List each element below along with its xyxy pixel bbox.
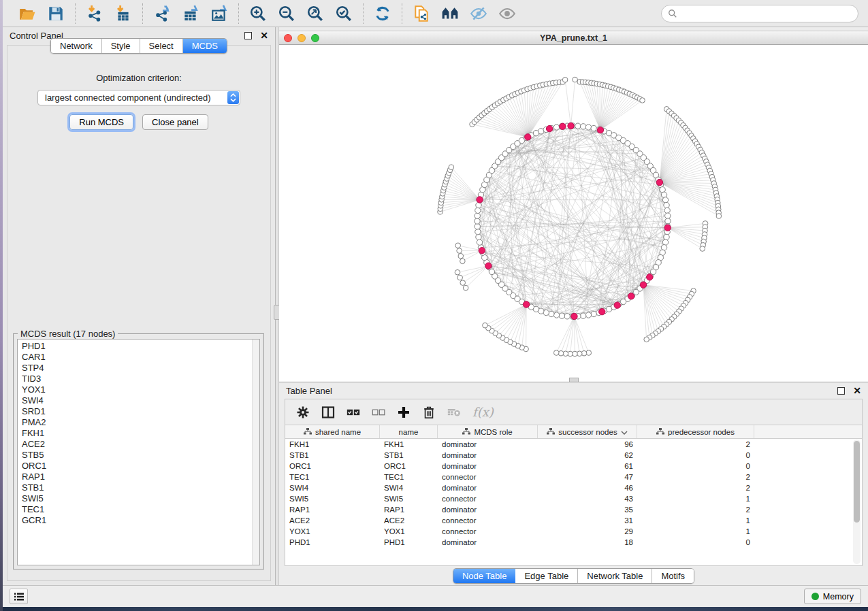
tab-style[interactable]: Style [102,39,140,53]
maximize-window-icon[interactable] [311,34,319,42]
table-cell[interactable]: SWI5 [380,495,438,503]
search-box[interactable] [661,5,858,22]
table-cell[interactable]: 61 [538,462,637,470]
table-cell[interactable]: 0 [637,451,754,459]
optimization-criterion-dropdown[interactable]: largest connected component (undirected) [37,90,240,105]
mcds-result-item[interactable]: PHD1 [22,341,259,352]
table-scrollbar-thumb[interactable] [854,441,860,523]
table-row[interactable]: ORC1ORC1dominator610 [285,461,862,472]
table-cell[interactable]: RAP1 [380,506,438,514]
table-cell[interactable]: FKH1 [285,440,380,448]
table-row[interactable]: SWI4SWI4dominator462 [285,482,862,493]
table-row[interactable]: SWI5SWI5connector431 [285,493,862,504]
close-panel-icon[interactable]: ✕ [260,32,268,39]
mcds-result-item[interactable]: SWI5 [22,493,259,504]
mcds-result-item[interactable]: TEC1 [22,504,259,515]
hide-selected-button[interactable] [466,3,491,24]
export-network-button[interactable] [150,3,174,24]
task-history-button[interactable] [10,589,28,604]
tab-mcds[interactable]: MCDS [183,39,227,53]
table-cell[interactable]: PHD1 [380,538,438,546]
close-window-icon[interactable] [284,34,292,42]
first-neighbors-button[interactable] [438,3,462,24]
memory-button[interactable]: Memory [804,589,861,604]
table-cell[interactable]: SWI4 [285,484,380,492]
table-cell[interactable]: ACE2 [380,516,438,525]
table-row[interactable]: YOX1YOX1connector291 [285,526,862,537]
table-cell[interactable]: connector [438,495,538,503]
mcds-result-item[interactable]: PMA2 [22,417,259,428]
tab-motifs[interactable]: Motifs [652,569,694,583]
function-builder-button[interactable]: f(x) [472,405,494,419]
table-cell[interactable]: 96 [538,440,637,448]
import-network-button[interactable] [82,3,107,24]
float-table-panel-icon[interactable] [837,387,845,395]
table-cell[interactable]: dominator [438,451,538,459]
zoom-fit-button[interactable] [303,3,327,24]
mcds-result-item[interactable]: GCR1 [22,515,259,526]
table-cell[interactable]: RAP1 [285,506,380,514]
table-cell[interactable]: TEC1 [380,473,438,481]
horizontal-splitter-grip[interactable] [569,378,579,382]
table-cell[interactable]: dominator [438,538,538,546]
delete-column-button[interactable] [422,406,436,419]
save-session-button[interactable] [44,3,68,24]
table-row[interactable]: TEC1TEC1connector472 [285,472,862,482]
minimize-window-icon[interactable] [298,34,306,42]
create-column-button[interactable] [397,406,411,419]
network-window-titlebar[interactable]: YPA_prune.txt_1 [279,31,868,45]
export-image-button[interactable] [207,3,231,24]
table-scrollbar[interactable] [853,440,861,564]
table-cell[interactable]: 2 [637,506,754,514]
float-panel-icon[interactable] [244,32,252,39]
zoom-out-button[interactable] [274,3,299,24]
table-row[interactable]: STB1STB1dominator620 [285,450,862,461]
show-all-button[interactable] [495,3,519,24]
column-header-MCDS-role[interactable]: MCDS role [438,425,538,438]
table-cell[interactable]: dominator [438,462,538,470]
table-cell[interactable]: 1 [637,495,754,503]
network-graph[interactable] [279,45,868,381]
mcds-result-item[interactable]: SRD1 [22,406,259,417]
close-table-panel-icon[interactable]: ✕ [853,387,861,395]
table-settings-button[interactable] [296,406,310,419]
table-cell[interactable]: 18 [538,538,637,546]
network-canvas[interactable] [279,45,868,382]
table-cell[interactable]: YOX1 [285,527,380,535]
table-cell[interactable]: 29 [538,527,637,535]
table-cell[interactable]: 2 [637,473,754,481]
table-cell[interactable]: TEC1 [285,473,380,481]
table-cell[interactable]: FKH1 [380,440,438,448]
table-cell[interactable]: connector [438,516,538,525]
table-cell[interactable]: dominator [438,440,538,448]
select-all-rows-button[interactable] [347,406,360,419]
deselect-all-rows-button[interactable] [372,406,385,419]
zoom-in-button[interactable] [246,3,270,24]
new-network-from-selection-button[interactable] [409,3,434,24]
table-cell[interactable]: STB1 [380,451,438,459]
mcds-result-item[interactable]: RAP1 [22,472,259,482]
mcds-result-item[interactable]: TID3 [22,374,259,384]
table-cell[interactable]: 43 [538,495,637,503]
export-table-button[interactable] [178,3,203,24]
run-mcds-button[interactable]: Run MCDS [69,114,133,130]
table-row[interactable]: ACE2ACE2connector311 [285,515,862,526]
table-cell[interactable]: 1 [637,516,754,525]
table-row[interactable]: RAP1RAP1dominator352 [285,504,862,515]
open-file-button[interactable] [15,3,39,24]
mcds-result-item[interactable]: STB5 [22,450,259,461]
refresh-view-button[interactable] [370,3,395,24]
table-cell[interactable]: SWI4 [380,484,438,492]
tab-node-table[interactable]: Node Table [453,569,516,583]
table-row[interactable]: FKH1FKH1dominator962 [285,439,862,450]
table-cell[interactable]: 47 [538,473,637,481]
table-cell[interactable]: 0 [637,538,754,546]
table-cell[interactable]: dominator [438,484,538,492]
table-cell[interactable]: YOX1 [380,527,438,535]
table-cell[interactable]: 0 [637,462,754,470]
table-cell[interactable]: ACE2 [285,516,380,525]
table-row[interactable]: PHD1PHD1dominator180 [285,537,862,548]
column-header-successor-nodes[interactable]: successor nodes [538,425,637,438]
tab-edge-table[interactable]: Edge Table [515,569,578,583]
table-cell[interactable]: SWI5 [285,495,380,503]
